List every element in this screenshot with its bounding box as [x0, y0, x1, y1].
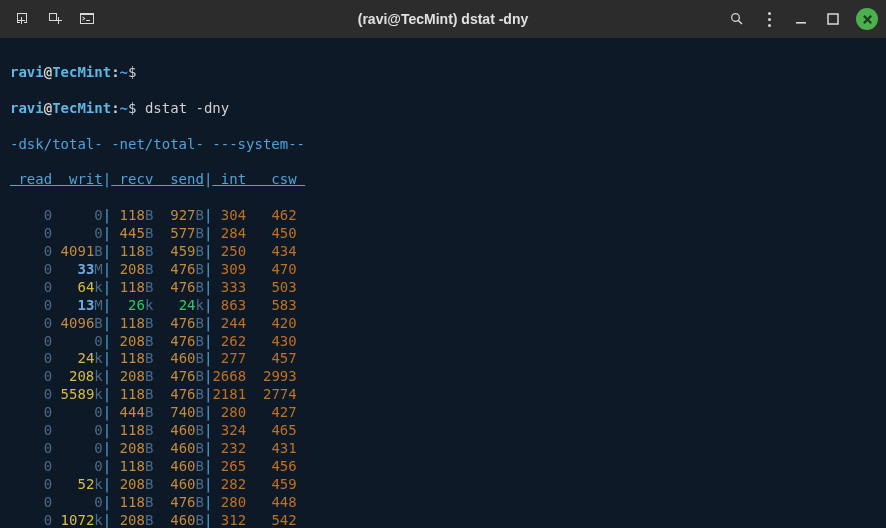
- col-recv: recv: [111, 171, 153, 187]
- prompt-path: ~: [120, 64, 128, 80]
- maximize-icon[interactable]: [824, 10, 842, 28]
- col-writ: writ: [52, 171, 103, 187]
- table-row: 0 13M| 26k 24k| 863 583: [10, 297, 876, 315]
- group-header-row: -dsk/total- -net/total- ---system--: [10, 136, 876, 154]
- table-row: 0 0| 118B 460B| 265 456: [10, 458, 876, 476]
- prompt-line-command: ravi@TecMint:~$ dstat -dny: [10, 100, 876, 118]
- column-header-row: read writ| recv send| int csw: [10, 171, 876, 189]
- titlebar-right-controls: [728, 8, 878, 30]
- titlebar-left-controls: [8, 10, 96, 28]
- command-text: dstat -dny: [145, 100, 229, 116]
- close-icon[interactable]: [856, 8, 878, 30]
- pipe-1: |: [103, 171, 111, 187]
- new-window-icon[interactable]: [46, 10, 64, 28]
- new-tab-icon[interactable]: [14, 10, 32, 28]
- search-icon[interactable]: [728, 10, 746, 28]
- table-row: 0 33M| 208B 476B| 309 470: [10, 261, 876, 279]
- table-row: 0 52k| 208B 460B| 282 459: [10, 476, 876, 494]
- col-read: read: [10, 171, 52, 187]
- table-row: 0 208k| 208B 476B|2668 2993: [10, 368, 876, 386]
- table-row: 0 1072k| 208B 460B| 312 542: [10, 512, 876, 528]
- terminal-body[interactable]: ravi@TecMint:~$ ravi@TecMint:~$ dstat -d…: [0, 38, 886, 528]
- prompt-user: ravi: [10, 64, 44, 80]
- table-row: 0 4096B| 118B 476B| 244 420: [10, 315, 876, 333]
- table-row: 0 0| 445B 577B| 284 450: [10, 225, 876, 243]
- table-row: 0 0| 444B 740B| 280 427: [10, 404, 876, 422]
- group-dsk: -dsk/total-: [10, 136, 103, 152]
- prompt-host: TecMint: [52, 64, 111, 80]
- svg-rect-1: [828, 14, 838, 24]
- table-row: 0 0| 118B 460B| 324 465: [10, 422, 876, 440]
- table-row: 0 0| 208B 460B| 232 431: [10, 440, 876, 458]
- prompt-symbol: $: [128, 64, 136, 80]
- menu-icon[interactable]: [760, 10, 778, 28]
- table-row: 0 0| 118B 927B| 304 462: [10, 207, 876, 225]
- window-titlebar: (ravi@TecMint) dstat -dny: [0, 0, 886, 38]
- table-row: 0 5589k| 118B 476B|2181 2774: [10, 386, 876, 404]
- prompt-line-empty: ravi@TecMint:~$: [10, 64, 876, 82]
- group-net: -net/total-: [111, 136, 204, 152]
- table-row: 0 0| 118B 476B| 280 448: [10, 494, 876, 512]
- col-csw: csw: [246, 171, 305, 187]
- col-int: int: [212, 171, 246, 187]
- minimize-icon[interactable]: [792, 10, 810, 28]
- terminal-icon[interactable]: [78, 10, 96, 28]
- svg-rect-0: [796, 22, 806, 24]
- table-row: 0 0| 208B 476B| 262 430: [10, 333, 876, 351]
- group-system: ---system--: [212, 136, 305, 152]
- table-row: 0 4091B| 118B 459B| 250 434: [10, 243, 876, 261]
- col-send: send: [153, 171, 204, 187]
- data-rows: 0 0| 118B 927B| 304 462 0 0| 445B 577B| …: [10, 207, 876, 528]
- table-row: 0 64k| 118B 476B| 333 503: [10, 279, 876, 297]
- table-row: 0 24k| 118B 460B| 277 457: [10, 350, 876, 368]
